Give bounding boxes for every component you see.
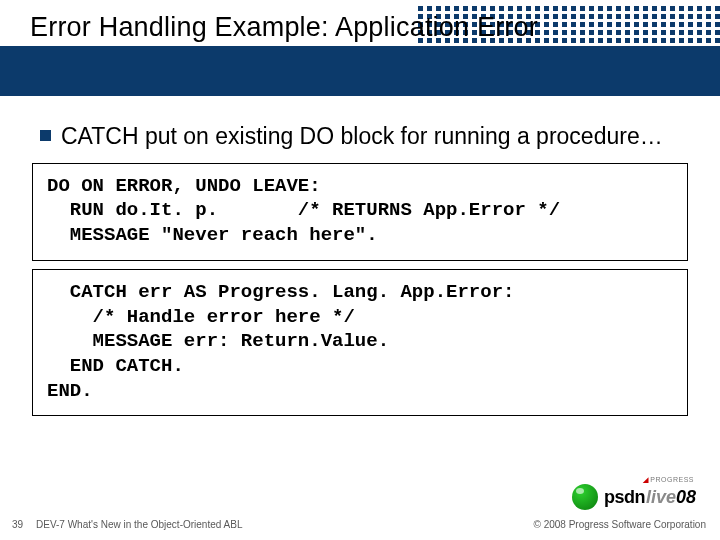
code-line: RUN do.It. p. /* RETURNS App.Error */	[47, 199, 560, 221]
slide-title: Error Handling Example: Application Erro…	[30, 12, 538, 43]
progress-mark-icon: ◢	[643, 476, 649, 483]
code-line: /* Handle error here */	[47, 306, 355, 328]
code-line: DO ON ERROR, UNDO LEAVE:	[47, 175, 321, 197]
progress-label: ◢PROGRESS	[643, 476, 694, 484]
code-line: MESSAGE "Never reach here".	[47, 224, 378, 246]
bullet-item: CATCH put on existing DO block for runni…	[32, 122, 688, 151]
logo-text: psdnlive08	[604, 487, 696, 508]
slide: Error Handling Example: Application Erro…	[0, 0, 720, 540]
code-line: CATCH err AS Progress. Lang. App.Error:	[47, 281, 514, 303]
header-band	[0, 46, 720, 96]
code-block-2: CATCH err AS Progress. Lang. App.Error: …	[32, 269, 688, 416]
code-line: END.	[47, 380, 93, 402]
psdnlive-logo: psdnlive08	[572, 484, 696, 510]
footer-left: DEV-7 What's New in the Object-Oriented …	[36, 519, 242, 530]
footer-right: © 2008 Progress Software Corporation	[534, 519, 706, 530]
logo-year: 08	[676, 487, 696, 508]
bullet-text: CATCH put on existing DO block for runni…	[61, 122, 663, 151]
code-block-1: DO ON ERROR, UNDO LEAVE: RUN do.It. p. /…	[32, 163, 688, 261]
slide-body: CATCH put on existing DO block for runni…	[32, 122, 688, 416]
code-line: MESSAGE err: Return.Value.	[47, 330, 389, 352]
square-bullet-icon	[40, 130, 51, 141]
progress-text: PROGRESS	[650, 476, 694, 483]
logo-psdn: psdn	[604, 487, 645, 508]
page-number: 39	[12, 519, 23, 530]
footer: 39 DEV-7 What's New in the Object-Orient…	[0, 510, 720, 530]
code-line: END CATCH.	[47, 355, 184, 377]
globe-icon	[572, 484, 598, 510]
logo-live: live	[646, 487, 676, 508]
